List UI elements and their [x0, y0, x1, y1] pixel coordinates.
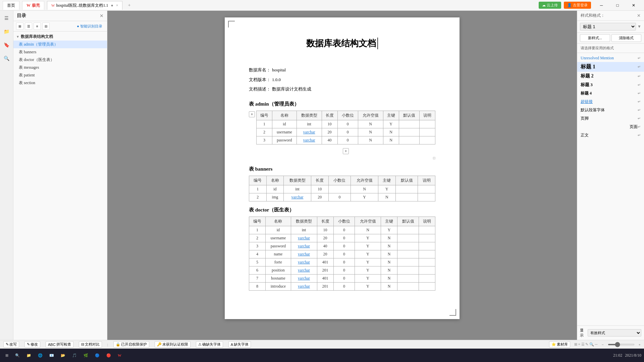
cell-len: 20 [317, 250, 333, 258]
cloud-upload-button[interactable]: ☁ 云上传 [539, 2, 561, 9]
add-row-button-admin[interactable]: + [249, 111, 255, 117]
close-button[interactable]: ✕ [626, 0, 641, 11]
new-tab-button[interactable]: + [125, 1, 133, 9]
edit-mode-button[interactable]: ✎ 改写 [3, 341, 19, 348]
table-admin-header-row: 编号 名称 数据类型 长度 小数位 允许空值 主键 默认值 说明 [257, 111, 435, 120]
col-pk: 主键 [381, 217, 397, 226]
zoom-slider[interactable] [608, 344, 635, 345]
sidebar-close-button[interactable]: ✕ [100, 13, 104, 19]
style-unresolved[interactable]: Unresolved Mention ↵ [577, 54, 644, 62]
display-label: 显示 [580, 328, 586, 338]
compare-btn-label: 文档对比 [85, 342, 100, 347]
cell-name: introduce [266, 282, 291, 290]
font-button[interactable]: A 缺失字体 [228, 341, 251, 348]
new-style-button[interactable]: 新样式... [580, 34, 610, 42]
sidebar-item-patient[interactable]: 表 patient [13, 71, 107, 79]
material-icon: ⭐ [551, 342, 556, 347]
sidebar-item-admin[interactable]: 表 admin（管理员表） [13, 41, 107, 48]
lock-icon: 🔒 [116, 342, 120, 347]
style-prompt: 请选择要应用的格式 [577, 44, 644, 53]
cell-nullable: N [358, 136, 383, 144]
cell-type: int [284, 185, 311, 193]
tab-wps[interactable]: W 极壳 [22, 1, 44, 10]
title-bar-right: ☁ 云上传 👤 古景登录 ─ □ ✕ [539, 0, 641, 11]
zoom-out-icon[interactable]: − [602, 343, 604, 347]
icon-bar: ☰ 📁 🔖 🔍 [0, 11, 13, 340]
cell-decimal: 0 [337, 128, 358, 136]
document-area[interactable]: 数据库表结构文档 数据库名： hospital 文档版本： 1.0.0 文档描述… [107, 11, 577, 340]
cell-len: 20 [317, 234, 333, 242]
table-doctor: 编号 名称 数据类型 长度 小数位 允许空值 主键 默认值 说明 1 id [249, 217, 435, 291]
style-item-body[interactable]: 正文 ↵ [577, 131, 644, 139]
minimize-button[interactable]: ─ [594, 0, 609, 11]
sidebar-tool-3[interactable]: ≡ [34, 22, 41, 30]
cell-default [397, 250, 419, 258]
style-dropdown[interactable]: 标题 1 [580, 23, 636, 31]
style-dropdown-arrow[interactable]: ▼ [637, 24, 641, 29]
zoom-in-icon[interactable]: + [639, 343, 641, 347]
cell-len: 10 [317, 226, 333, 234]
style-item-h2[interactable]: 标题 2 ↵ [577, 72, 644, 80]
sidebar-item-doctor[interactable]: 表 doctor（医生表） [13, 56, 107, 64]
nav-icon[interactable]: ☰ [2, 13, 11, 23]
cell-decimal: 0 [333, 274, 355, 282]
user-login-button[interactable]: 👤 古景登录 [564, 2, 591, 9]
protection-button[interactable]: 🔒 已开启权限保护 [113, 341, 149, 348]
style-item-h4[interactable]: 标题 4 ↵ [577, 89, 644, 98]
maximize-button[interactable]: □ [610, 0, 625, 11]
style-item-footer[interactable]: 页脚 ↵ [577, 114, 644, 123]
sidebar-item-root[interactable]: ▼ 数据库表结构文档 [13, 33, 107, 41]
sidebar-tool-2[interactable]: ☰ [25, 22, 32, 30]
taskbar-app-5[interactable]: 🎵 [69, 352, 79, 359]
cell-type: varchar [291, 242, 317, 250]
spellcheck-button[interactable]: ABC 拼写检查 [46, 341, 73, 348]
cell-nullable: N [358, 120, 383, 128]
sidebar-item-banners[interactable]: 表 banners [13, 48, 107, 56]
doc-compare-button[interactable]: ⊟ 文档对比 [79, 341, 102, 348]
style-item-page[interactable]: 页面 ↵ [577, 123, 644, 131]
table-resize-admin: ⊡ [256, 155, 435, 161]
taskbar-search-button[interactable]: 🔍 [12, 352, 22, 359]
bookmark-icon[interactable]: 🔖 [2, 40, 11, 50]
style-item-h1[interactable]: 标题 1 ↵ [577, 62, 644, 72]
tab-doc[interactable]: W hospital医院..统数据库文档1.1 ● × [47, 1, 122, 10]
taskbar-app-2[interactable]: 🌐 [35, 352, 45, 359]
material-button[interactable]: ⭐ 素材库 [549, 341, 570, 348]
cell-pk: N [381, 250, 397, 258]
sidebar-tool-1[interactable]: ⊞ [16, 22, 23, 30]
tab-home[interactable]: 首页 [3, 1, 19, 10]
search-icon[interactable]: 🔍 [2, 54, 11, 63]
modify-button[interactable]: ✎ 修改 [24, 341, 40, 348]
taskbar-app-8[interactable]: 🔴 [104, 352, 114, 359]
style-item-link[interactable]: 超链接 ↵ [577, 98, 644, 106]
type-link: varchar [298, 260, 310, 264]
folder-icon[interactable]: 📁 [2, 27, 11, 36]
clear-style-button[interactable]: 清除格式 [611, 34, 642, 42]
start-button[interactable]: ⊞ [3, 352, 11, 359]
auth-button[interactable]: 🔑 未获到认证权限 [155, 341, 191, 348]
display-option-selector[interactable]: 有效样式 [588, 329, 641, 337]
add-row-bottom-button-admin[interactable]: + [343, 148, 349, 154]
cell-remark [418, 193, 435, 201]
taskbar-app-7[interactable]: 🔵 [92, 352, 102, 359]
sidebar-tool-4[interactable]: ⊟ [42, 22, 50, 30]
doc-tab-close[interactable]: × [116, 3, 118, 8]
cell-nullable: Y [355, 242, 381, 250]
right-panel-close-button[interactable]: ✕ [637, 13, 641, 18]
cell-pk: N [378, 193, 396, 201]
cell-len: 201 [317, 266, 333, 274]
style-item-h3[interactable]: 标题 3 ↵ [577, 80, 644, 89]
taskbar-app-1[interactable]: 📁 [24, 352, 34, 359]
taskbar-app-4[interactable]: 📂 [58, 352, 68, 359]
cell-default [397, 282, 419, 290]
taskbar-app-3[interactable]: 📧 [47, 352, 57, 359]
style-item-default-para[interactable]: 默认段落字体 ↵ [577, 106, 644, 114]
resize-icon[interactable]: ⊡ [433, 156, 435, 160]
sidebar-item-messages[interactable]: 表 messages [13, 64, 107, 71]
app-icon-5: 🎵 [72, 353, 77, 358]
taskbar-app-wps[interactable]: W [115, 352, 124, 359]
taskbar-app-6[interactable]: 🌿 [81, 352, 91, 359]
validate-button[interactable]: ⚠ 确缺失字体 [196, 341, 223, 348]
smart-recognize-button[interactable]: ● 智能识别目录 [75, 23, 104, 29]
sidebar-item-section[interactable]: 表 section [13, 79, 107, 87]
